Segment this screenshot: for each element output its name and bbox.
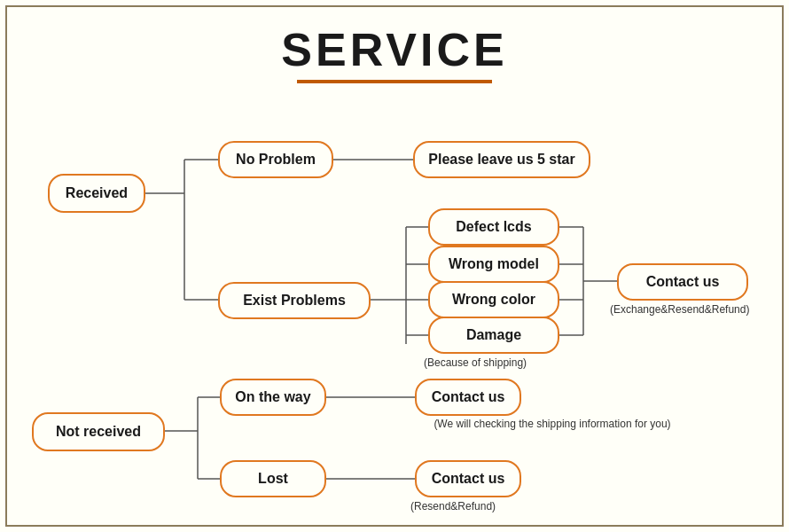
title-underline [297, 80, 492, 83]
page-title: SERVICE [7, 23, 782, 76]
outer-border: SERVICE [5, 5, 784, 527]
defect-lcds-node: Defect lcds [428, 208, 559, 246]
note-shipping: (Because of shipping) [424, 356, 527, 369]
exist-problems-node: Exist Problems [218, 282, 371, 319]
note-exchange: (Exchange&Resend&Refund) [610, 303, 749, 316]
contact-us-2-node: Contact us [415, 379, 521, 416]
wrong-color-node: Wrong color [428, 281, 559, 318]
damage-node: Damage [428, 317, 559, 354]
not-received-node: Not received [32, 412, 165, 451]
wrong-model-node: Wrong model [428, 246, 559, 283]
no-problem-node: No Problem [218, 141, 333, 178]
received-node: Received [48, 174, 145, 213]
contact-us-3-node: Contact us [415, 460, 521, 497]
lost-node: Lost [220, 460, 326, 497]
please-5star-node: Please leave us 5 star [413, 141, 590, 178]
on-the-way-node: On the way [220, 379, 326, 416]
note-resend: (Resend&Refund) [410, 500, 496, 512]
note-checking: (We will checking the shipping informati… [410, 418, 694, 430]
contact-us-1-node: Contact us [617, 263, 748, 301]
title-area: SERVICE [7, 7, 782, 83]
